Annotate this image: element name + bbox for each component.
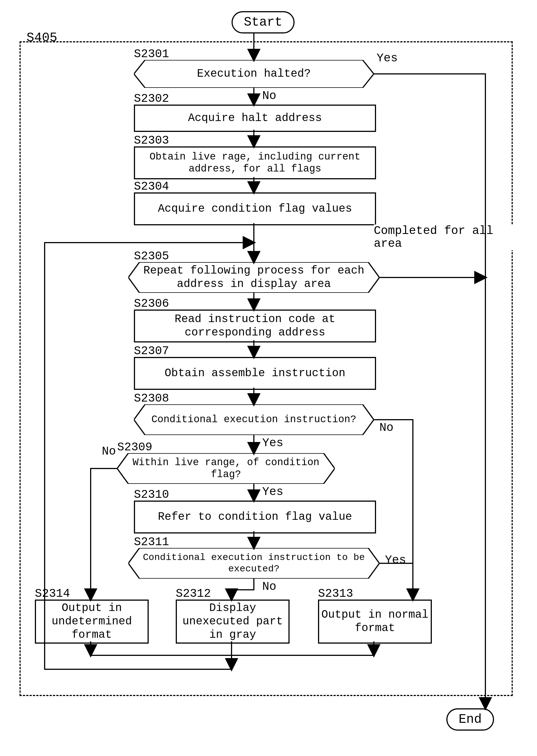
s2310-process: Refer to condition flag value — [134, 500, 376, 534]
s2307-step: S2307 — [134, 344, 169, 358]
completed-label: Completed for all area — [374, 224, 526, 250]
s2308-yes: Yes — [262, 436, 283, 450]
s2301-decision: Execution halted? — [134, 60, 374, 88]
s2302-process: Acquire halt address — [134, 104, 376, 132]
s2303-step: S2303 — [134, 134, 169, 147]
s2308-decision: Conditional execution instruction? — [134, 404, 374, 435]
s2311-no: No — [262, 580, 276, 593]
s2301-no: No — [262, 89, 276, 102]
s2313-step: S2313 — [318, 587, 353, 600]
s2307-process: Obtain assemble instruction — [134, 357, 376, 390]
s2305-step: S2305 — [134, 250, 169, 263]
s2304-step: S2304 — [134, 180, 169, 193]
end-terminal: End — [446, 708, 494, 731]
s2311-yes: Yes — [385, 554, 406, 567]
s2308-no: No — [379, 421, 393, 434]
s2314-process: Output in undetermined format — [35, 600, 149, 644]
s2306-step: S2306 — [134, 297, 169, 310]
s2301-yes: Yes — [377, 52, 398, 65]
s2312-process: Display unexecuted part in gray — [176, 600, 290, 644]
s2311-step: S2311 — [134, 536, 169, 549]
s2303-process: Obtain live rage, including current addr… — [134, 146, 376, 179]
s2301-text: Execution halted? — [134, 60, 374, 88]
s2308-text: Conditional execution instruction? — [134, 404, 374, 435]
s2309-yes: Yes — [262, 485, 283, 498]
s2310-step: S2310 — [134, 488, 169, 501]
s2309-decision: Within live range, of condition flag? — [117, 453, 335, 484]
s2301-step: S2301 — [134, 47, 169, 61]
s2309-no: No — [102, 445, 116, 458]
s2304-process: Acquire condition flag values — [134, 192, 376, 225]
s2308-step: S2308 — [134, 392, 169, 405]
start-terminal: Start — [231, 11, 295, 33]
s2311-text: Conditional execution instruction to be … — [128, 548, 379, 578]
s2302-step: S2302 — [134, 92, 169, 105]
s2311-decision: Conditional execution instruction to be … — [128, 548, 379, 578]
s2305-text: Repeat following process for each addres… — [128, 262, 379, 293]
s2313-process: Output in normal format — [318, 600, 432, 644]
s405-label: S405 — [26, 31, 57, 45]
s2306-process: Read instruction code at corresponding a… — [134, 309, 376, 342]
s2309-step: S2309 — [117, 441, 152, 454]
s2312-step: S2312 — [176, 587, 211, 600]
s2309-text: Within live range, of condition flag? — [117, 453, 335, 484]
s2314-step: S2314 — [35, 587, 70, 600]
flowchart-container: S405 Start S2301 Execution halted? Yes N… — [11, 11, 526, 745]
s2305-loop: Repeat following process for each addres… — [128, 262, 379, 293]
